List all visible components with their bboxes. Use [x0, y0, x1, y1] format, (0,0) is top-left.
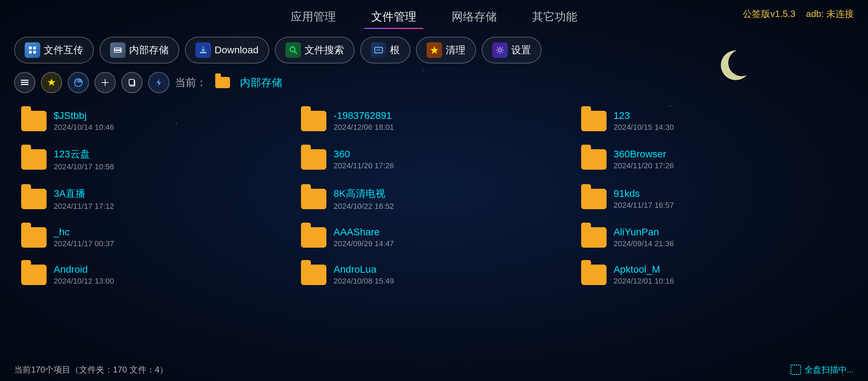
- file-item[interactable]: -19837628912024/12/06 18:01: [294, 102, 574, 140]
- file-date: 2024/10/15 14:30: [614, 123, 674, 132]
- file-item[interactable]: _hc2024/11/17 00:37: [14, 219, 294, 256]
- version-info: 公签版v1.5.3 adb: 未连接: [743, 8, 854, 20]
- scan-icon: [790, 364, 801, 375]
- folder-icon: [301, 189, 326, 209]
- toolbar-btn-download[interactable]: Download: [185, 37, 269, 64]
- nav-item-应用管理[interactable]: 应用管理: [284, 6, 343, 28]
- file-name: 91kds: [614, 188, 674, 199]
- file-info: AndroLua2024/10/08 15:49: [333, 264, 394, 286]
- file-item[interactable]: 3602024/11/20 17:26: [294, 140, 574, 179]
- file-info: 360Browser2024/11/20 17:26: [614, 149, 674, 170]
- file-date: 2024/11/20 17:26: [614, 161, 674, 170]
- file-item[interactable]: 123云盘2024/10/17 10:58: [14, 140, 294, 179]
- current-path-name: 内部存储: [240, 75, 282, 90]
- action-btn-favorites[interactable]: [41, 72, 62, 93]
- file-name: 123: [614, 110, 674, 121]
- download-icon: [195, 42, 211, 58]
- clean-label: 清理: [446, 43, 465, 57]
- folder-icon: [301, 149, 326, 170]
- folder-icon: [21, 149, 47, 170]
- file-item[interactable]: 360Browser2024/11/20 17:26: [574, 140, 854, 179]
- nav-item-其它功能[interactable]: 其它功能: [525, 6, 584, 28]
- internal-storage-icon: [110, 42, 126, 58]
- root-icon: PC: [371, 42, 386, 58]
- toolbar-btn-root[interactable]: PC 根: [360, 37, 410, 64]
- file-item[interactable]: 91kds2024/11/17 16:57: [574, 179, 854, 219]
- version-label: 公签版v1.5.3: [743, 8, 795, 20]
- file-name: AndroLua: [333, 264, 394, 275]
- file-name: 3A直播: [54, 187, 114, 200]
- folder-icon: [581, 111, 607, 131]
- file-item[interactable]: 8K高清电视2024/10/22 16:52: [294, 179, 574, 219]
- file-date: 2024/09/29 14:47: [333, 239, 394, 248]
- file-info: Android2024/10/12 13:00: [54, 264, 114, 286]
- toolbar-btn-file-transfer[interactable]: 文件互传: [14, 37, 94, 64]
- action-btn-copy[interactable]: [121, 72, 143, 93]
- file-name: Apktool_M: [614, 264, 674, 275]
- download-label: Download: [215, 44, 259, 56]
- file-item[interactable]: 1232024/10/15 14:30: [574, 102, 854, 140]
- file-date: 2024/11/20 17:26: [333, 161, 394, 170]
- current-folder-icon: [215, 77, 230, 88]
- file-info: Apktool_M2024/12/01 10:16: [614, 264, 674, 286]
- file-item[interactable]: $JStbbj2024/10/14 10:46: [14, 102, 294, 140]
- folder-icon: [581, 149, 607, 170]
- svg-marker-18: [48, 79, 55, 86]
- svg-rect-15: [21, 80, 29, 81]
- folder-icon: [581, 227, 607, 248]
- file-item[interactable]: AliYunPan2024/09/14 21:36: [574, 219, 854, 256]
- file-name: 360: [333, 149, 394, 160]
- scan-button[interactable]: 全盘扫描中...: [790, 364, 854, 375]
- svg-rect-17: [21, 84, 29, 85]
- file-info: $JStbbj2024/10/14 10:46: [54, 110, 114, 132]
- file-item[interactable]: Apktool_M2024/12/01 10:16: [574, 256, 854, 294]
- file-name: Android: [54, 264, 114, 275]
- file-item[interactable]: AndroLua2024/10/08 15:49: [294, 256, 574, 294]
- scan-label: 全盘扫描中...: [804, 364, 854, 375]
- folder-icon: [21, 227, 47, 248]
- action-btn-list-view[interactable]: [14, 72, 35, 93]
- file-name: -1983762891: [333, 110, 394, 121]
- file-info: 8K高清电视2024/10/22 16:52: [333, 187, 394, 211]
- folder-icon: [301, 111, 326, 131]
- file-date: 2024/10/17 10:58: [54, 162, 114, 171]
- action-btn-lightning[interactable]: [148, 72, 169, 93]
- file-info: -19837628912024/12/06 18:01: [333, 110, 394, 132]
- file-date: 2024/09/14 21:36: [614, 239, 674, 248]
- file-info: 91kds2024/11/17 16:57: [614, 188, 674, 210]
- file-date: 2024/11/17 16:57: [614, 201, 674, 210]
- settings-icon: [492, 42, 508, 58]
- file-date: 2024/12/01 10:16: [614, 277, 674, 286]
- nav-item-文件管理[interactable]: 文件管理: [364, 6, 423, 28]
- current-label: 当前：: [175, 75, 207, 90]
- svg-text:PC: PC: [377, 49, 380, 51]
- svg-rect-0: [29, 47, 32, 49]
- toolbar-btn-file-search[interactable]: 文件搜索: [275, 37, 355, 64]
- folder-icon: [21, 111, 47, 131]
- file-item[interactable]: 3A直播2024/11/17 17:12: [14, 179, 294, 219]
- action-btn-add[interactable]: [95, 72, 116, 93]
- toolbar-btn-clean[interactable]: 清理: [416, 37, 476, 64]
- adb-status: adb: 未连接: [806, 8, 854, 20]
- file-item[interactable]: AAAShare2024/09/29 14:47: [294, 219, 574, 256]
- toolbar-btn-settings[interactable]: 设置: [482, 37, 542, 64]
- svg-rect-16: [21, 82, 29, 83]
- top-nav: 应用管理文件管理网络存储其它功能 公签版v1.5.3 adb: 未连接: [0, 0, 868, 31]
- file-search-icon: [285, 42, 301, 58]
- toolbar-btn-internal-storage[interactable]: 内部存储: [100, 37, 179, 64]
- file-info: AliYunPan2024/09/14 21:36: [614, 226, 674, 248]
- folder-icon: [301, 227, 326, 248]
- file-date: 2024/10/22 16:52: [333, 202, 394, 211]
- svg-rect-23: [129, 79, 134, 85]
- file-item[interactable]: Android2024/10/12 13:00: [14, 256, 294, 294]
- action-btn-chart[interactable]: [68, 72, 89, 93]
- file-info: AAAShare2024/09/29 14:47: [333, 226, 394, 248]
- file-date: 2024/11/17 17:12: [54, 202, 114, 211]
- internal-storage-label: 内部存储: [129, 43, 169, 57]
- file-grid: $JStbbj2024/10/14 10:46-19837628912024/1…: [0, 99, 868, 297]
- folder-icon: [301, 265, 326, 285]
- file-info: _hc2024/11/17 00:37: [54, 226, 114, 248]
- root-label: 根: [390, 43, 400, 57]
- moon-decoration: [720, 49, 755, 85]
- nav-item-网络存储[interactable]: 网络存储: [445, 6, 504, 28]
